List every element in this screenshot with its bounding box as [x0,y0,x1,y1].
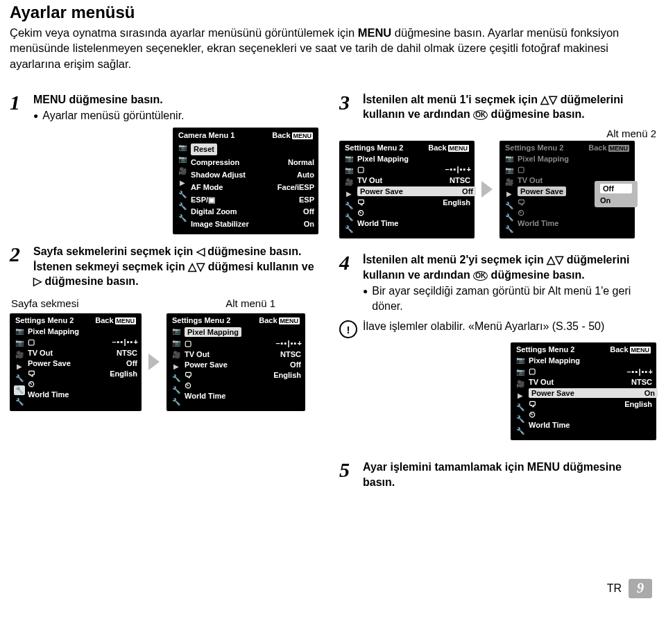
panel-title: Camera Menu 1 [178,130,234,141]
tab-icon: 🔧 [177,202,188,211]
tab-icon: ▶ [14,362,25,372]
caption-alt1: Alt menü 1 [225,297,275,309]
tab-icon: 📷 [14,338,25,348]
footer-lang: TR [607,582,622,595]
popup-option-off: Off [600,184,632,193]
tab-icon: 🔧 [14,397,25,407]
step-number: 3 [339,92,356,113]
back-label: BackMENU [272,130,313,141]
page-footer: TR 9 [10,579,656,598]
menu-row: Shadow AdjustAuto [191,169,314,181]
step-number: 5 [339,460,356,480]
tab-icon: ▶ [177,178,188,188]
tab-icon: 🎥 [177,166,188,176]
step-3: 3 İstenilen alt menü 1'i seçmek için △▽ … [339,92,656,122]
step-4-bullet: Bir ayar seçildiği zaman görüntü bir Alt… [372,284,656,313]
tab-icon: 🔧 [177,214,188,223]
camera-menu-panel: Camera Menu 1 BackMENU 📷 📷 🎥 ▶ 🔧 [173,128,318,234]
tab-icon: 🔧 [14,374,25,383]
step-5: 5 Ayar işlemini tamamlamak için MENU düğ… [339,460,656,489]
settings-panel-b: Settings Menu 2 BackMENU 📷📷🎥▶🔧🔧🔧 Pixel M… [166,313,305,411]
settings-panel-c: Settings Menu 2 BackMENU 📷📷🎥▶🔧🔧🔧 Pixel M… [339,141,475,238]
step-5-text: Ayar işlemini tamamlamak için MENU düğme… [363,461,622,488]
menu-row: Image StabilizerOn [191,218,314,230]
menu-row: CompressionNormal [191,157,314,168]
menu-row: Reset [191,143,314,156]
footer-page-number: 9 [629,579,652,598]
step-number: 1 [10,92,26,113]
arrow-right-icon [148,354,160,370]
step2-panels: Settings Menu 2 BackMENU 📷 📷 🎥 ▶ 🔧 🔧 🔧 [10,313,318,411]
submenu2-popup: Off On [595,181,638,207]
step-number: 2 [10,244,26,265]
note-text: İlave işlemler olabilir. «Menü Ayarları»… [363,320,604,333]
caption-page-tab: Sayfa sekmesi [11,297,79,309]
caption-alt2: Alt menü 2 [339,128,656,139]
tab-icon: 🎥 [14,350,25,360]
step-3-text: İstenilen alt menü 1'i seçmek için △▽ dü… [363,94,623,121]
step-2-text: Sayfa sekmelerini seçmek için ◁ düğmesin… [33,245,314,287]
popup-option-on: On [600,196,632,204]
note: ! İlave işlemler olabilir. «Menü Ayarlar… [339,320,656,338]
tab-icon: 📷 [14,327,25,336]
intro-text: Çekim veya oynatma sırasında ayarlar men… [10,25,648,71]
settings-panel-a: Settings Menu 2 BackMENU 📷 📷 🎥 ▶ 🔧 🔧 🔧 [10,313,142,411]
step-4-text: İstenilen alt menü 2'yi seçmek için △▽ d… [363,254,629,281]
step-1-bullet: Ayarlar menüsü görüntülenir. [42,108,184,123]
step-1: 1 MENU düğmesine basın. ●Ayarlar menüsü … [10,92,318,234]
menu-row: ESP/▣ESP [191,194,314,206]
settings-panel-final: Settings Menu 2 BackMENU 📷📷🎥▶🔧🔧🔧 Pixel M… [511,342,656,440]
tab-icon-selected: 🔧 [14,385,25,395]
tab-icon: 📷 [177,143,188,153]
tab-icon: 📷 [177,155,188,164]
menu-row: AF ModeFace/iESP [191,182,314,193]
step-1-head: MENU düğmesine basın. [33,92,318,107]
menu-row: Digital ZoomOff [191,206,314,218]
warning-icon: ! [339,320,357,338]
step-2: 2 Sayfa sekmelerini seçmek için ◁ düğmes… [10,244,318,289]
tab-icon: 🔧 [177,190,188,200]
step-4: 4 İstenilen alt menü 2'yi seçmek için △▽… [339,252,656,313]
arrow-right-icon [481,181,493,198]
step3-panels: Settings Menu 2 BackMENU 📷📷🎥▶🔧🔧🔧 Pixel M… [339,141,656,238]
section-title: Ayarlar menüsü [10,3,656,22]
step-number: 4 [339,252,356,273]
